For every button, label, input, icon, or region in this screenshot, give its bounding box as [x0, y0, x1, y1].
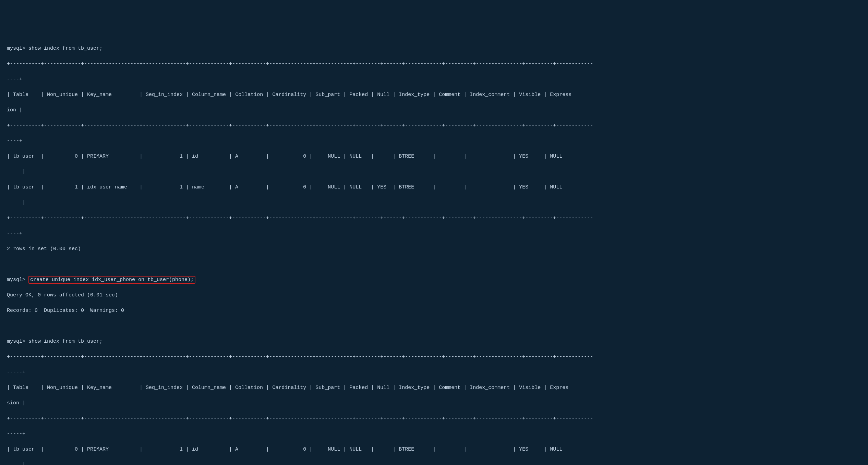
- header-line-2: | Table | Non_unique | Key_name | Seq_in…: [7, 384, 861, 392]
- data-row-2a: | tb_user | 1 | idx_user_name | 1 | name…: [7, 184, 861, 192]
- separator-line-3: +----------+------------+---------------…: [7, 215, 861, 222]
- cmd-line-2: mysql> create unique index idx_user_phon…: [7, 276, 861, 284]
- header-line-1: | Table | Non_unique | Key_name | Seq_in…: [7, 91, 861, 99]
- header-line-1b: ion |: [7, 107, 861, 114]
- header-line-2b: sion |: [7, 400, 861, 407]
- separator-line-5: +----------+------------+---------------…: [7, 415, 861, 423]
- separator-line-4b: -----+: [7, 369, 861, 377]
- data-row-3b: |: [7, 461, 861, 465]
- result-line-2a: Query OK, 0 rows affected (0.01 sec): [7, 292, 861, 299]
- cmd-line-3: mysql> show index from tb_user;: [7, 338, 861, 346]
- data-row-1a: | tb_user | 0 | PRIMARY | 1 | id | A | 0…: [7, 153, 861, 161]
- separator-line-2: +----------+------------+---------------…: [7, 122, 861, 130]
- col-table: Table: [13, 92, 28, 98]
- terminal-output: mysql> show index from tb_user; +-------…: [7, 37, 861, 465]
- data-row-3a: | tb_user | 0 | PRIMARY | 1 | id | A | 0…: [7, 446, 861, 454]
- cmd-line-1: mysql> show index from tb_user;: [7, 45, 861, 53]
- blank-1: [7, 261, 861, 269]
- separator-line-4: +----------+------------+---------------…: [7, 353, 861, 361]
- separator-line-5b: -----+: [7, 430, 861, 438]
- separator-line-3b: ----+: [7, 230, 861, 238]
- separator-line-1b: ----+: [7, 76, 861, 84]
- highlighted-command: create unique index idx_user_phone on tb…: [28, 276, 195, 284]
- rowcount-1: 2 rows in set (0.00 sec): [7, 245, 861, 253]
- blank-2: [7, 322, 861, 330]
- separator-line-1: +----------+------------+---------------…: [7, 60, 861, 68]
- data-row-2b: |: [7, 199, 861, 207]
- data-row-1b: |: [7, 168, 861, 176]
- result-line-2b: Records: 0 Duplicates: 0 Warnings: 0: [7, 307, 861, 315]
- separator-line-2b: ----+: [7, 137, 861, 145]
